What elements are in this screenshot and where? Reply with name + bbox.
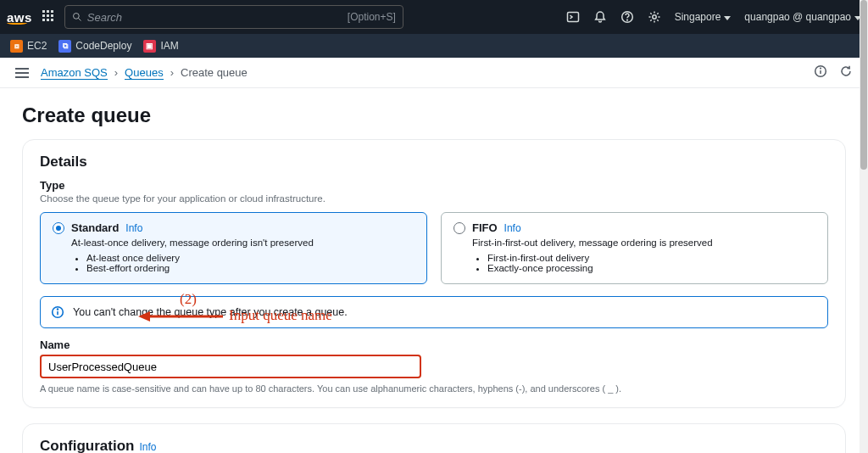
fifo-bullet: First-in-first-out delivery [487,253,815,263]
fifo-label: FIFO [472,221,498,234]
breadcrumb-sep: › [170,66,174,79]
name-label: Name [40,338,828,351]
global-topbar: aws Search [Option+S] Singapore quangpao… [0,0,868,34]
standard-bullet: Best-effort ordering [86,263,415,273]
vertical-scrollbar[interactable] [860,0,868,453]
info-icon [51,305,64,319]
page-content: Create queue Details Type Choose the que… [0,88,868,453]
favorites-bar: ⧈EC2 ⧉CodeDeploy ▣IAM [0,34,868,58]
svg-line-1 [78,19,81,21]
aws-logo[interactable]: aws [7,10,32,25]
details-panel: Details Type Choose the queue type for y… [22,139,846,408]
fifo-sub: First-in-first-out delivery, message ord… [472,238,815,248]
queue-type-standard[interactable]: Standard Info At-least-once delivery, me… [40,212,427,284]
standard-sub: At-least-once delivery, message ordering… [71,238,415,248]
services-grid-icon[interactable] [42,10,56,24]
svg-point-0 [73,14,79,20]
svg-point-11 [58,309,58,310]
type-hint: Choose the queue type for your applicati… [40,193,828,204]
name-hint: A queue name is case-sensitive and can h… [40,383,828,394]
global-search[interactable]: Search [Option+S] [64,5,403,29]
breadcrumb-queues[interactable]: Queues [125,66,164,80]
details-heading: Details [40,154,828,171]
standard-bullet: At-least once delivery [86,253,415,263]
radio-dot-icon [53,222,64,234]
cloudshell-icon[interactable] [566,10,580,24]
fav-ec2[interactable]: ⧈EC2 [10,40,47,53]
fav-codedeploy[interactable]: ⧉CodeDeploy [58,40,131,53]
breadcrumb-bar: Amazon SQS › Queues › Create queue [0,58,868,88]
type-label: Type [40,179,828,192]
breadcrumb-service[interactable]: Amazon SQS [41,66,108,80]
search-shortcut-hint: [Option+S] [348,11,396,23]
settings-gear-icon[interactable] [648,10,661,24]
svg-point-8 [821,68,821,69]
radio-dot-icon [453,222,465,234]
help-icon[interactable] [620,10,634,24]
queue-type-fifo[interactable]: FIFO Info First-in-first-out delivery, m… [441,212,828,284]
fav-iam[interactable]: ▣IAM [143,40,178,53]
breadcrumb-current: Create queue [181,66,248,79]
config-info-link[interactable]: Info [139,441,156,453]
region-selector[interactable]: Singapore [675,11,732,23]
search-placeholder: Search [87,11,122,24]
configuration-heading: ConfigurationInfo [40,438,828,453]
standard-info-link[interactable]: Info [125,222,142,234]
refresh-icon[interactable] [839,64,853,81]
search-icon [72,12,82,22]
fifo-info-link[interactable]: Info [504,222,521,234]
svg-point-4 [626,20,627,20]
queue-name-input[interactable] [40,355,421,378]
breadcrumb-sep: › [114,66,118,79]
svg-point-5 [652,15,655,19]
account-menu[interactable]: quangpao @ quangpao [744,11,861,23]
side-nav-toggle-icon[interactable] [15,68,29,78]
configuration-panel: ConfigurationInfo Set the maximum messag… [22,423,846,453]
fifo-bullet: Exactly-once processing [487,263,815,273]
type-locked-alert: You can't change the queue type after yo… [40,296,828,328]
standard-label: Standard [71,221,119,234]
info-panel-icon[interactable] [814,64,827,81]
notifications-bell-icon[interactable] [593,10,607,24]
page-title: Create queue [22,103,846,127]
